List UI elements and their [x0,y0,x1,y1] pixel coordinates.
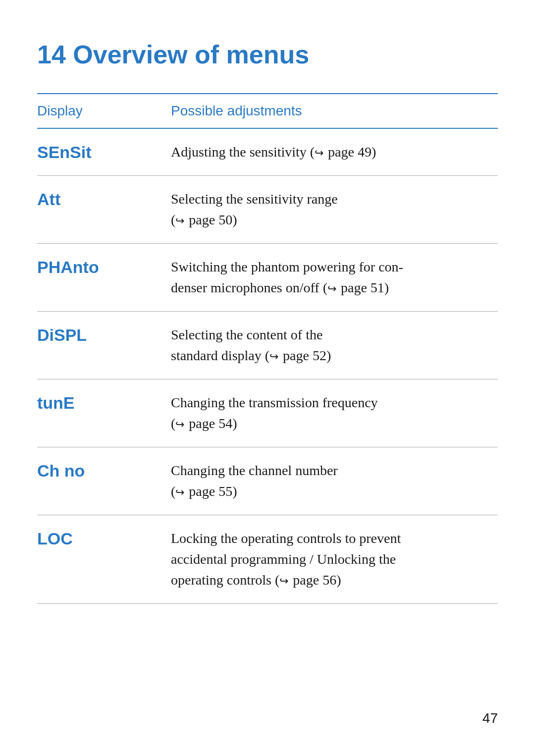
table-row: DiSPLSelecting the content of thestandar… [37,312,498,379]
table-row: LOCLocking the operating controls to pre… [37,515,498,604]
arrow-icon: ↪ [279,573,288,589]
table-header-row: Display Possible adjustments [37,94,498,128]
adjustment-cell: Changing the transmission frequency(↪ pa… [151,379,498,447]
arrow-icon: ↪ [269,348,278,365]
table-row: AttSelecting the sensitivity range(↪ pag… [37,176,498,244]
chapter-title: 14 Overview of menus [37,40,498,69]
table-row: PHAntoSwitching the phantom powering for… [37,244,498,312]
page-reference: page 55) [185,484,237,499]
adjustment-cell: Changing the channel number(↪ page 55) [151,447,498,515]
page-reference: page 54) [185,416,237,431]
table-row: Ch noChanging the channel number(↪ page … [37,447,498,515]
adjustment-cell: Switching the phantom powering for con-d… [151,244,498,312]
table-body: SEnSitAdjusting the sensitivity (↪ page … [37,128,498,604]
page-reference: page 50) [185,212,237,227]
arrow-icon: ↪ [327,280,336,297]
adjustment-cell: Selecting the content of thestandard dis… [151,312,498,379]
adjustment-cell: Selecting the sensitivity range(↪ page 5… [151,176,498,244]
display-cell: tunE [37,379,151,447]
arrow-icon: ↪ [315,145,323,161]
display-cell: DiSPL [37,312,151,379]
page-reference: page 52) [279,348,331,363]
column-header-display: Display [37,94,151,128]
arrow-icon: ↪ [175,484,184,500]
display-cell: SEnSit [37,128,151,176]
column-header-adjustments: Possible adjustments [151,94,498,128]
arrow-icon: ↪ [175,416,184,432]
page-number: 47 [482,710,498,726]
table-row: tunEChanging the transmission frequency(… [37,379,498,447]
arrow-icon: ↪ [175,213,184,229]
menu-table: Display Possible adjustments SEnSitAdjus… [37,93,498,604]
page-container: 14 Overview of menus Display Possible ad… [0,0,535,644]
page-reference: page 49) [324,144,376,160]
page-reference: page 51) [337,280,389,295]
table-row: SEnSitAdjusting the sensitivity (↪ page … [37,128,498,176]
display-cell: Att [37,176,151,244]
adjustment-cell: Adjusting the sensitivity (↪ page 49) [151,128,498,176]
display-cell: Ch no [37,447,151,515]
display-cell: LOC [37,515,151,604]
adjustment-cell: Locking the operating controls to preven… [151,515,498,604]
page-reference: page 56) [289,572,341,588]
display-cell: PHAnto [37,244,151,312]
